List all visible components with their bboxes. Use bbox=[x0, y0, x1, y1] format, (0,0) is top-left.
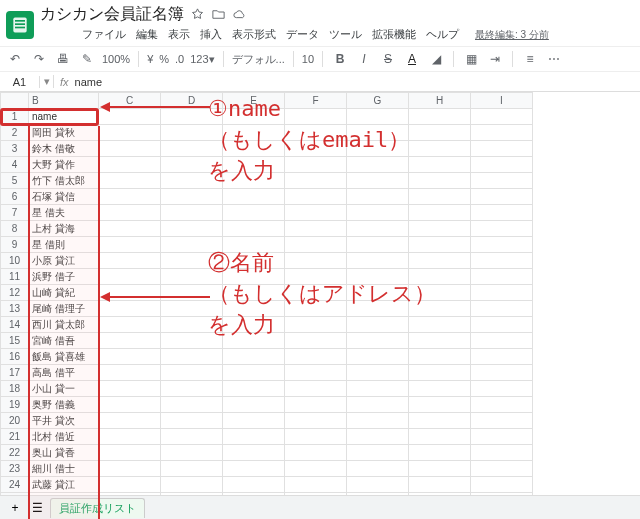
italic-btn[interactable]: I bbox=[355, 50, 373, 68]
cell[interactable] bbox=[409, 125, 471, 141]
cell[interactable] bbox=[161, 285, 223, 301]
cell[interactable] bbox=[99, 477, 161, 493]
table-row[interactable]: 6石塚 貸信 bbox=[1, 189, 533, 205]
table-row[interactable]: 19奥野 借義 bbox=[1, 397, 533, 413]
merge-btn[interactable]: ⇥ bbox=[486, 50, 504, 68]
paint-icon[interactable]: ✎ bbox=[78, 50, 96, 68]
menu-edit[interactable]: 編集 bbox=[136, 27, 158, 42]
cell[interactable] bbox=[161, 189, 223, 205]
zoom-select[interactable]: 100% bbox=[102, 53, 130, 65]
cell[interactable] bbox=[471, 397, 533, 413]
cell[interactable]: 尾崎 借理子 bbox=[29, 301, 99, 317]
formula-input[interactable]: name bbox=[75, 76, 103, 88]
cell[interactable]: 北村 借近 bbox=[29, 429, 99, 445]
cell[interactable] bbox=[285, 349, 347, 365]
row-header[interactable]: 18 bbox=[1, 381, 29, 397]
cell[interactable] bbox=[161, 269, 223, 285]
menu-format[interactable]: 表示形式 bbox=[232, 27, 276, 42]
table-row[interactable]: 3鈴木 借敬 bbox=[1, 141, 533, 157]
cell[interactable] bbox=[223, 205, 285, 221]
cell[interactable] bbox=[285, 157, 347, 173]
col-header-B[interactable]: B bbox=[29, 93, 99, 109]
cell[interactable] bbox=[285, 205, 347, 221]
cell[interactable] bbox=[285, 365, 347, 381]
cell[interactable] bbox=[161, 365, 223, 381]
cell[interactable] bbox=[223, 461, 285, 477]
cell[interactable] bbox=[99, 157, 161, 173]
cell[interactable] bbox=[347, 125, 409, 141]
cell[interactable] bbox=[409, 189, 471, 205]
cell[interactable] bbox=[223, 397, 285, 413]
cell[interactable] bbox=[161, 253, 223, 269]
cell[interactable] bbox=[471, 205, 533, 221]
row-header[interactable]: 11 bbox=[1, 269, 29, 285]
cell[interactable] bbox=[409, 253, 471, 269]
cell[interactable] bbox=[285, 109, 347, 125]
bold-btn[interactable]: B bbox=[331, 50, 349, 68]
cell[interactable] bbox=[161, 237, 223, 253]
table-row[interactable]: 1name bbox=[1, 109, 533, 125]
table-row[interactable]: 14西川 貸太郎 bbox=[1, 317, 533, 333]
row-header[interactable]: 21 bbox=[1, 429, 29, 445]
col-header-D[interactable]: D bbox=[161, 93, 223, 109]
col-header-E[interactable]: E bbox=[223, 93, 285, 109]
row-header[interactable]: 23 bbox=[1, 461, 29, 477]
star-icon[interactable] bbox=[190, 7, 205, 22]
col-header-F[interactable]: F bbox=[285, 93, 347, 109]
cell[interactable] bbox=[471, 189, 533, 205]
row-header[interactable]: 12 bbox=[1, 285, 29, 301]
menu-insert[interactable]: 挿入 bbox=[200, 27, 222, 42]
cell[interactable] bbox=[285, 269, 347, 285]
doc-title[interactable]: カシカン会員証名簿 bbox=[40, 4, 184, 25]
cell[interactable] bbox=[161, 221, 223, 237]
cell[interactable] bbox=[285, 413, 347, 429]
cell[interactable] bbox=[161, 173, 223, 189]
cell[interactable]: 竹下 借太郎 bbox=[29, 173, 99, 189]
table-row[interactable]: 24武藤 貸江 bbox=[1, 477, 533, 493]
fillcolor-btn[interactable]: ◢ bbox=[427, 50, 445, 68]
cell[interactable] bbox=[471, 237, 533, 253]
col-header-C[interactable]: C bbox=[99, 93, 161, 109]
cell[interactable] bbox=[99, 237, 161, 253]
cell[interactable]: name bbox=[29, 109, 99, 125]
cell[interactable] bbox=[409, 333, 471, 349]
cell[interactable] bbox=[347, 173, 409, 189]
menu-file[interactable]: ファイル bbox=[82, 27, 126, 42]
spreadsheet-grid[interactable]: BCDEFGHI 1name2岡田 貸秋3鈴木 借敬4大野 貸作5竹下 借太郎6… bbox=[0, 92, 640, 519]
cell-reference[interactable]: A1 bbox=[0, 76, 40, 88]
cell[interactable] bbox=[409, 413, 471, 429]
cell[interactable] bbox=[409, 205, 471, 221]
cell[interactable]: 細川 借士 bbox=[29, 461, 99, 477]
cell[interactable] bbox=[347, 269, 409, 285]
cell[interactable] bbox=[347, 333, 409, 349]
col-header-G[interactable]: G bbox=[347, 93, 409, 109]
cell[interactable] bbox=[161, 445, 223, 461]
cell[interactable] bbox=[347, 253, 409, 269]
cell[interactable] bbox=[347, 285, 409, 301]
cell[interactable]: 西川 貸太郎 bbox=[29, 317, 99, 333]
cell[interactable]: 鈴木 借敬 bbox=[29, 141, 99, 157]
row-header[interactable]: 5 bbox=[1, 173, 29, 189]
cell[interactable] bbox=[223, 189, 285, 205]
cell[interactable] bbox=[161, 397, 223, 413]
cell[interactable] bbox=[471, 157, 533, 173]
cell[interactable] bbox=[471, 285, 533, 301]
cell[interactable] bbox=[161, 205, 223, 221]
cell[interactable] bbox=[347, 237, 409, 253]
table-row[interactable]: 21北村 借近 bbox=[1, 429, 533, 445]
cell[interactable]: 星 借夫 bbox=[29, 205, 99, 221]
cell[interactable] bbox=[223, 381, 285, 397]
menu-tools[interactable]: ツール bbox=[329, 27, 362, 42]
cell[interactable] bbox=[285, 221, 347, 237]
cell[interactable] bbox=[285, 333, 347, 349]
cell[interactable]: 大野 貸作 bbox=[29, 157, 99, 173]
menu-ext[interactable]: 拡張機能 bbox=[372, 27, 416, 42]
decimals-btn[interactable]: .0 bbox=[175, 53, 184, 65]
cell[interactable] bbox=[285, 189, 347, 205]
cell[interactable]: 武藤 貸江 bbox=[29, 477, 99, 493]
cell[interactable] bbox=[161, 413, 223, 429]
cell[interactable] bbox=[223, 173, 285, 189]
cell[interactable] bbox=[409, 109, 471, 125]
table-row[interactable]: 13尾崎 借理子 bbox=[1, 301, 533, 317]
cell[interactable] bbox=[161, 301, 223, 317]
